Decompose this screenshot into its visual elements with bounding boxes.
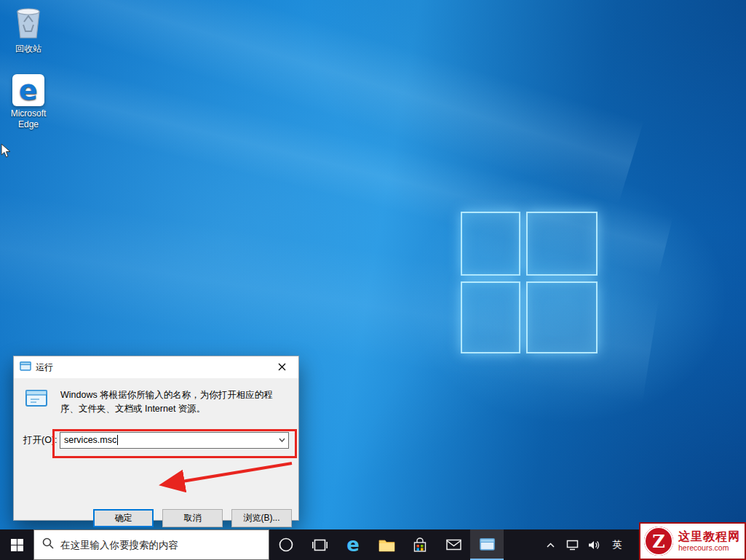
windows-logo <box>461 212 598 353</box>
chevron-down-icon <box>279 438 285 442</box>
edge-icon: e <box>12 74 44 106</box>
watermark-logo-letter: Z <box>652 531 665 552</box>
browse-button[interactable]: 浏览(B)... <box>231 509 292 527</box>
open-label: 打开(O): <box>23 434 60 447</box>
run-window-icon <box>20 361 31 374</box>
mouse-cursor-icon <box>1 143 12 161</box>
cortana-icon <box>278 537 294 553</box>
run-icon <box>24 388 50 412</box>
run-dialog: 运行 Windows 将根据你所输入的名称，为你打开相应的程序、文件夹、文档或 … <box>13 356 299 521</box>
network-icon <box>566 540 579 551</box>
taskbar: e <box>0 529 746 560</box>
windows-start-icon <box>11 539 23 551</box>
watermark-text: 这里教程网 herecours.com <box>678 530 740 552</box>
start-button[interactable] <box>0 529 33 560</box>
taskbar-search[interactable] <box>33 529 269 560</box>
run-window-icon <box>480 538 495 551</box>
cancel-button[interactable]: 取消 <box>162 509 223 527</box>
windows-logo-pane <box>461 281 520 353</box>
volume-button[interactable] <box>584 529 603 560</box>
store-icon <box>413 537 427 553</box>
windows-logo-pane <box>526 281 598 353</box>
edge-icon: e <box>346 535 360 554</box>
desktop-icon-label: Microsoft Edge <box>5 108 52 130</box>
dialog-title: 运行 <box>36 361 53 374</box>
run-input-row: 打开(O): services.msc <box>14 432 298 449</box>
watermark-logo: Z <box>644 527 673 556</box>
combobox-dropdown-button[interactable] <box>275 433 288 448</box>
run-dialog-titlebar: 运行 <box>14 356 298 378</box>
task-view-icon <box>312 539 328 551</box>
taskbar-run-app-button[interactable] <box>470 529 504 560</box>
ok-button[interactable]: 确定 <box>93 509 154 527</box>
tray-expand-button[interactable] <box>541 529 560 560</box>
recycle-bin-icon <box>14 6 43 41</box>
close-icon <box>278 362 286 373</box>
desktop-icon-edge[interactable]: e Microsoft Edge <box>0 74 57 130</box>
close-button[interactable] <box>266 356 298 378</box>
text-caret <box>117 435 118 445</box>
search-input[interactable] <box>60 540 261 551</box>
speaker-icon <box>588 540 600 551</box>
cortana-button[interactable] <box>269 529 303 560</box>
microsoft-store-button[interactable] <box>403 529 437 560</box>
watermark-site-url: herecours.com <box>678 543 740 552</box>
ime-indicator[interactable]: 英 <box>606 538 628 551</box>
chevron-up-icon <box>547 543 555 548</box>
windows-logo-pane <box>461 212 520 276</box>
mail-icon <box>446 539 461 551</box>
watermark-site-name: 这里教程网 <box>678 530 740 543</box>
search-icon <box>42 537 54 552</box>
run-description-row: Windows 将根据你所输入的名称，为你打开相应的程序、文件夹、文档或 Int… <box>14 378 298 416</box>
run-dialog-buttons: 确定 取消 浏览(B)... <box>14 509 292 527</box>
open-combobox[interactable]: services.msc <box>60 432 289 449</box>
folder-icon <box>378 538 395 552</box>
desktop-icon-recycle-bin[interactable]: 回收站 <box>0 6 57 55</box>
run-dialog-body: Windows 将根据你所输入的名称，为你打开相应的程序、文件夹、文档或 Int… <box>14 378 298 521</box>
taskbar-edge-button[interactable]: e <box>336 529 370 560</box>
desktop-icon-label: 回收站 <box>5 44 52 55</box>
windows-logo-pane <box>526 212 598 276</box>
file-explorer-button[interactable] <box>370 529 403 560</box>
watermark: Z 这里教程网 herecours.com <box>639 522 746 560</box>
combobox-value: services.msc <box>64 435 116 445</box>
run-description: Windows 将根据你所输入的名称，为你打开相应的程序、文件夹、文档或 Int… <box>60 388 280 416</box>
network-button[interactable] <box>563 529 582 560</box>
mail-button[interactable] <box>437 529 470 560</box>
task-view-button[interactable] <box>303 529 336 560</box>
